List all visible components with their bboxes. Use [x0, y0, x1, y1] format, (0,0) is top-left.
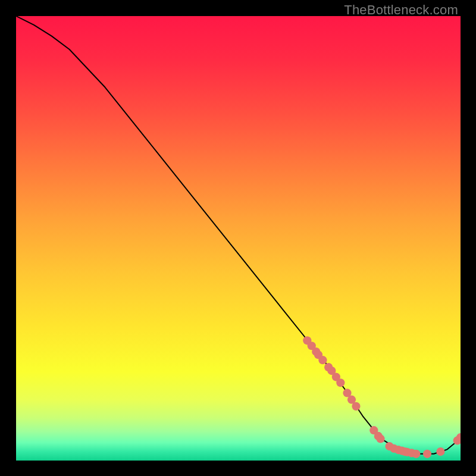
- watermark-label: TheBottleneck.com: [344, 2, 458, 18]
- data-marker: [376, 434, 384, 443]
- chart-stage: TheBottleneck.com: [0, 0, 476, 476]
- data-marker: [352, 402, 360, 411]
- chart-overlay: [16, 16, 461, 461]
- bottleneck-curve: [16, 16, 461, 454]
- plot-area: [16, 16, 461, 461]
- data-marker: [436, 447, 444, 456]
- data-marker: [318, 356, 327, 364]
- data-marker: [336, 378, 345, 387]
- data-marker: [412, 450, 420, 458]
- data-marker: [423, 450, 431, 458]
- data-markers: [303, 336, 461, 458]
